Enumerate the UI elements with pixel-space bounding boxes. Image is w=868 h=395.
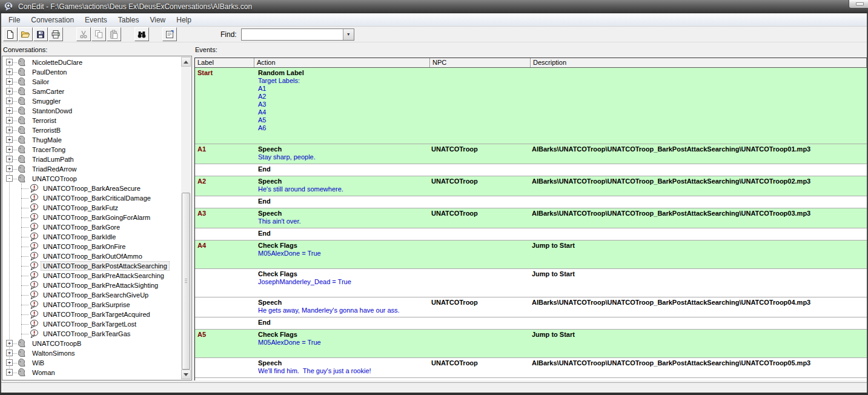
find-dropdown-button[interactable]: ▼ xyxy=(343,29,354,40)
expand-toggle-icon[interactable]: + xyxy=(6,369,13,376)
event-row[interactable]: SpeechHe gets away, Manderley's gonna ha… xyxy=(195,297,867,317)
tree-item-UNATCOTroop_BarkSearchGiveUp[interactable]: UNATCOTroop_BarkSearchGiveUp xyxy=(2,290,181,300)
expand-toggle-icon[interactable]: + xyxy=(6,78,13,85)
tree-item-label: NicoletteDuClare xyxy=(30,58,84,67)
tree-item-WiB[interactable]: +WiB xyxy=(2,358,181,368)
toolbar: Find: ▼ xyxy=(1,27,867,42)
tree-item-label: UNATCOTroop_BarkPostAttackSearching xyxy=(41,262,169,270)
expand-toggle-icon[interactable]: + xyxy=(6,146,13,153)
expand-toggle-icon[interactable]: + xyxy=(6,136,13,143)
tree-item-Terrorist[interactable]: +Terrorist xyxy=(2,116,181,125)
tree-item-UNATCOTroop_BarkPreAttackSighting[interactable]: UNATCOTroop_BarkPreAttackSighting xyxy=(2,280,181,290)
menu-view[interactable]: View xyxy=(144,15,171,25)
tree-item-UNATCOTroop_BarkTargetLost[interactable]: UNATCOTroop_BarkTargetLost xyxy=(2,319,181,329)
tree-item-UNATCOTroop_BarkGoingForAlarm[interactable]: UNATCOTroop_BarkGoingForAlarm xyxy=(2,213,181,222)
event-row[interactable]: Check FlagsJosephManderley_Dead = TrueJu… xyxy=(195,269,867,297)
event-row-a1[interactable]: A1SpeechStay sharp, people.UNATCOTroopAI… xyxy=(195,144,867,164)
column-header-description[interactable]: Description xyxy=(531,58,867,67)
tree-item-TriadRedArrow[interactable]: +TriadRedArrow xyxy=(2,164,181,174)
menu-conversation[interactable]: Conversation xyxy=(25,15,79,25)
print-button[interactable] xyxy=(48,27,63,41)
tree-item-UNATCOTroop_BarkOnFire[interactable]: UNATCOTroop_BarkOnFire xyxy=(2,242,181,251)
column-header-npc[interactable]: NPC xyxy=(430,58,531,67)
tree-item-TerroristB[interactable]: +TerroristB xyxy=(2,125,181,135)
tree-item-UNATCOTroop_BarkGore[interactable]: UNATCOTroop_BarkGore xyxy=(2,222,181,232)
expand-toggle-icon[interactable]: + xyxy=(6,340,13,347)
menu-tables[interactable]: Tables xyxy=(113,15,145,25)
event-action-type: End xyxy=(258,230,429,237)
expand-toggle-icon[interactable]: + xyxy=(6,117,13,124)
expand-toggle-icon[interactable]: + xyxy=(6,156,13,162)
event-row[interactable]: End xyxy=(195,196,867,208)
scrollbar-track[interactable] xyxy=(181,67,191,370)
collapse-toggle-icon[interactable]: - xyxy=(6,175,13,182)
tree-item-PaulDenton[interactable]: +PaulDenton xyxy=(2,67,181,77)
scroll-down-button[interactable] xyxy=(181,370,191,379)
tree-item-UNATCOTroop[interactable]: -UNATCOTroop xyxy=(2,174,181,184)
properties-button[interactable] xyxy=(162,27,177,41)
tree-item-Woman[interactable]: +Woman xyxy=(2,368,181,377)
tree-item-Sailor[interactable]: +Sailor xyxy=(2,77,181,87)
minimize-button[interactable] xyxy=(849,0,868,8)
menu-file[interactable]: File xyxy=(3,15,25,25)
save-button[interactable] xyxy=(33,27,48,41)
column-header-label[interactable]: Label xyxy=(195,58,254,67)
expand-toggle-icon[interactable]: + xyxy=(6,127,13,133)
column-header-action[interactable]: Action xyxy=(254,58,430,67)
tree-item-StantonDowd[interactable]: +StantonDowd xyxy=(2,106,181,116)
event-row[interactable]: End xyxy=(195,317,867,330)
title-bar[interactable]: ConEdit - F:\Games\actions\Deus Ex\DeusE… xyxy=(0,0,868,13)
tree-scrollbar[interactable] xyxy=(181,57,191,379)
tree-item-UNATCOTroop_BarkIdle[interactable]: UNATCOTroop_BarkIdle xyxy=(2,232,181,242)
scrollbar-thumb[interactable] xyxy=(182,193,190,370)
expand-toggle-icon[interactable]: + xyxy=(6,88,13,95)
event-row[interactable]: SpeechWe'll find him. The guy's just a r… xyxy=(195,358,867,378)
conversation-icon xyxy=(17,368,27,377)
tree-item-TriadLumPath[interactable]: +TriadLumPath xyxy=(2,154,181,164)
event-row-a2[interactable]: A2SpeechHe's still around somewhere.UNAT… xyxy=(195,176,867,196)
expand-toggle-icon[interactable]: + xyxy=(6,107,13,114)
tree-item-UNATCOTroop_BarkOutOfAmmo[interactable]: UNATCOTroop_BarkOutOfAmmo xyxy=(2,251,181,261)
find-combobox[interactable]: ▼ xyxy=(241,28,354,41)
find-button[interactable] xyxy=(134,27,149,41)
scroll-up-button[interactable] xyxy=(181,57,191,67)
event-row-start[interactable]: StartRandom LabelTarget Labels:A1A2A3A4A… xyxy=(195,68,867,144)
find-input[interactable] xyxy=(242,29,343,40)
tree-item-NicoletteDuClare[interactable]: +NicoletteDuClare xyxy=(2,58,181,67)
menu-events[interactable]: Events xyxy=(79,15,113,25)
open-button[interactable] xyxy=(18,27,33,41)
tree-item-UNATCOTroop_BarkAreaSecure[interactable]: UNATCOTroop_BarkAreaSecure xyxy=(2,184,181,193)
tree-item-UNATCOTroop_BarkTearGas[interactable]: UNATCOTroop_BarkTearGas xyxy=(2,329,181,339)
tree-item-UNATCOTroop_BarkTargetAcquired[interactable]: UNATCOTroop_BarkTargetAcquired xyxy=(2,310,181,319)
event-row[interactable]: End xyxy=(195,228,867,241)
tree-item-UNATCOTroop_BarkFutz[interactable]: UNATCOTroop_BarkFutz xyxy=(2,203,181,213)
tree-item-SamCarter[interactable]: +SamCarter xyxy=(2,87,181,96)
expand-toggle-icon[interactable]: + xyxy=(6,68,13,75)
menu-help[interactable]: Help xyxy=(171,15,197,25)
event-row-a5[interactable]: A5Check FlagsM05AlexDone = TrueJump to S… xyxy=(195,330,867,358)
event-action-detail: We'll find him. The guy's just a rookie! xyxy=(258,367,429,375)
expand-toggle-icon[interactable]: + xyxy=(6,165,13,172)
tree-content: +NicoletteDuClare+PaulDenton+Sailor+SamC… xyxy=(2,58,181,380)
expand-toggle-icon[interactable]: + xyxy=(6,350,13,356)
new-button[interactable] xyxy=(3,27,18,41)
event-action-detail: M05AlexDone = True xyxy=(258,250,429,257)
event-row-a3[interactable]: A3SpeechThis ain't over.UNATCOTroopAIBar… xyxy=(195,208,867,228)
event-row[interactable]: End xyxy=(195,164,867,176)
tree-item-UNATCOTroop_BarkSurprise[interactable]: UNATCOTroop_BarkSurprise xyxy=(2,300,181,310)
tree-item-Smuggler[interactable]: +Smuggler xyxy=(2,96,181,106)
tree-item-UNATCOTroop_BarkPreAttackSearching[interactable]: UNATCOTroop_BarkPreAttackSearching xyxy=(2,271,181,280)
tree-item-TracerTong[interactable]: +TracerTong xyxy=(2,145,181,154)
event-label: Start xyxy=(195,68,254,144)
event-row[interactable]: End xyxy=(195,378,867,380)
tree-item-ThugMale[interactable]: +ThugMale xyxy=(2,135,181,145)
event-description: Jump to Start xyxy=(531,241,867,268)
tree-item-UNATCOTroopB[interactable]: +UNATCOTroopB xyxy=(2,339,181,348)
expand-toggle-icon[interactable]: + xyxy=(6,59,13,65)
tree-item-UNATCOTroop_BarkCriticalDamage[interactable]: UNATCOTroop_BarkCriticalDamage xyxy=(2,193,181,203)
expand-toggle-icon[interactable]: + xyxy=(6,98,13,104)
tree-item-WaltonSimons[interactable]: +WaltonSimons xyxy=(2,348,181,358)
event-row-a4[interactable]: A4Check FlagsM05AlexDone = TrueJump to S… xyxy=(195,241,867,269)
tree-item-UNATCOTroop_BarkPostAttackSearching[interactable]: UNATCOTroop_BarkPostAttackSearching xyxy=(2,261,181,271)
expand-toggle-icon[interactable]: + xyxy=(6,359,13,366)
